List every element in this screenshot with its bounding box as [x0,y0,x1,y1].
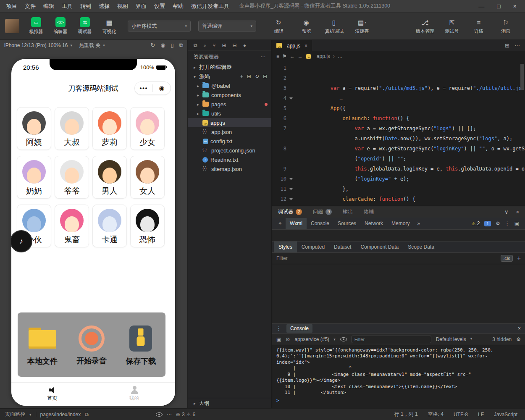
devtools-tab[interactable]: Sources [333,218,360,229]
statusbar-item[interactable]: LF [478,411,484,418]
maximize-button[interactable]: □ [497,3,500,10]
breadcrumb-file[interactable]: app.js [317,53,330,59]
fold-icon[interactable] [288,134,294,144]
voice-avatar-card[interactable]: 恐怖 [130,205,165,247]
file-tree-item[interactable]: ▸ pages [188,100,271,109]
debugger-tab[interactable]: 终端 [364,208,374,215]
voice-avatar-card[interactable]: 萝莉 [92,107,127,150]
fold-icon[interactable] [288,103,294,113]
explorer-topbar-icon[interactable]: ⑂ [213,42,215,48]
code-editor[interactable]: 1 var a = require("./utils/md5.js"), e =… [272,61,525,206]
styles-subtab[interactable]: Component Data [356,242,403,252]
fold-icon[interactable] [288,164,294,174]
voice-avatar-card[interactable]: 女人 [130,156,165,199]
console-output[interactable]: {{item.way}}" style="{{onchangeway==idx?… [272,345,525,409]
toolbar-action-button[interactable]: ▤▾ 清缓存 [350,18,374,34]
device-select[interactable]: iPhone 12/13 (Pro) 100% 16▾ [4,42,72,48]
explorer-topbar-icon[interactable]: ● [243,42,246,48]
toolbar-right-button[interactable]: ⇱ 测试号 [440,18,464,34]
explorer-action-icon[interactable]: ⊞ [247,74,251,79]
fold-icon[interactable] [288,83,294,93]
file-tree-item[interactable]: app.json [188,127,271,136]
toolbar-view-button[interactable]: </> 编辑器 [50,17,71,35]
menu-item[interactable]: 转到 [76,3,95,10]
devtools-settings-icon[interactable]: ⚙ [496,220,500,226]
explorer-topbar-icon[interactable]: ⌕ [204,42,207,48]
execution-context-select[interactable]: appservice (#5)▾ [294,336,335,342]
simulator-toolbar-icon[interactable]: ⧉ [179,42,183,49]
toolbar-action-button[interactable]: ↻ 编译 [267,18,291,34]
devtools-tab[interactable]: Network [360,218,387,229]
styles-subtab[interactable]: Styles [274,242,297,252]
floating-music-disc[interactable]: ♪ [11,230,32,252]
source-root-section[interactable]: ▾ 源码 +⊞↻⊟ [188,72,271,81]
close-button[interactable]: × [513,3,517,10]
voice-avatar-card[interactable]: 男人 [92,156,127,199]
voice-avatar-card[interactable]: 大叔 [55,107,89,150]
file-tree-item[interactable]: config.txt [188,136,271,146]
statusbar-item[interactable]: 行 1，列 1 [394,411,418,418]
styles-subtab[interactable]: Computed [297,242,329,252]
file-tree-item[interactable]: ▸ components [188,90,271,100]
menu-item[interactable]: 设置 [150,3,169,10]
capsule-close-button[interactable]: ◉ [153,84,171,92]
menu-item[interactable]: 微信开发者工具 [187,3,233,10]
menu-item[interactable]: 编辑 [39,3,58,10]
menu-item[interactable]: 界面 [132,3,150,10]
close-panel-icon[interactable]: × [516,209,519,215]
inspect-icon[interactable]: ⌖ [275,220,286,227]
voice-avatar-card[interactable]: 少女 [130,107,165,150]
voice-avatar-card[interactable]: 奶奶 [17,156,51,199]
simulator-toolbar-icon[interactable]: ◉ [160,42,165,49]
file-tree-item[interactable]: ▸ @babel [188,81,271,90]
toolbar-view-button[interactable]: ▭ 模拟器 [25,17,47,35]
console-drawer-tab[interactable]: Console [286,324,312,333]
toolbar-right-button[interactable]: ≡ 详情 [467,18,491,34]
console-filter-input[interactable] [352,336,431,343]
explorer-action-icon[interactable]: ↻ [255,74,259,79]
console-prompt[interactable]: > [276,398,521,404]
statusbar-item[interactable]: JavaScript [494,411,517,418]
fold-icon[interactable] [288,194,294,204]
cls-toggle-button[interactable]: .cls [501,255,513,262]
explorer-action-icon[interactable]: + [240,74,243,79]
toolbar-right-button[interactable]: ⚐ 消息 [494,18,517,34]
tab-close-icon[interactable]: × [304,43,307,49]
menu-item[interactable]: 视图 [113,3,132,10]
debugger-tab[interactable]: 调试器 2 [278,208,302,215]
simulator-toolbar-icon[interactable]: ▯ [171,42,174,49]
console-sidebar-icon[interactable]: ▣ [276,336,281,342]
fold-icon[interactable] [288,184,294,194]
collapse-panel-icon[interactable]: ∨ [504,209,509,215]
styles-filter-input[interactable] [276,255,496,261]
dock-side-icon[interactable]: ▣ [514,220,519,226]
menu-item[interactable]: 帮助 [169,3,187,10]
control-button[interactable]: 开始录音 [76,326,107,366]
editor-more-icon[interactable]: ⋯ [514,42,520,49]
open-editors-section[interactable]: ▸ 打开的编辑器 [188,63,271,72]
explorer-topbar-icon[interactable]: ⊞ [222,42,226,48]
page-path-select[interactable]: 页面路径▾ [5,411,32,418]
fold-icon[interactable] [288,174,294,184]
statusbar-more-icon[interactable]: ⋯ [167,412,172,417]
fold-icon[interactable] [288,123,294,134]
explorer-topbar-icon[interactable]: ⧉ [194,42,197,48]
drawer-menu-icon[interactable]: ⋮ [276,326,281,331]
simulator-toolbar-icon[interactable]: ↻ [150,42,155,49]
minimize-button[interactable]: — [478,3,484,10]
back-icon[interactable]: ← [290,53,295,59]
statusbar-item[interactable]: 空格: 4 [428,411,444,418]
menu-item[interactable]: 项目 [3,3,21,10]
fold-icon[interactable] [288,154,294,164]
control-button[interactable]: 保存下载 [126,325,156,366]
file-tree-item[interactable]: project.config.json [188,146,271,155]
wxml-tree-area[interactable] [272,230,525,242]
outline-list-icon[interactable]: ≡ [276,53,279,59]
menu-item[interactable]: 选择 [95,3,113,10]
warning-count[interactable]: ⚠2 [472,220,480,226]
control-button[interactable]: 本地文件 [27,325,58,366]
statusbar-item[interactable]: UTF-8 [454,411,468,418]
devtools-tab[interactable]: Memory [387,218,414,229]
debugger-tab[interactable]: 输出 [343,208,353,215]
fold-icon[interactable] [288,113,294,123]
